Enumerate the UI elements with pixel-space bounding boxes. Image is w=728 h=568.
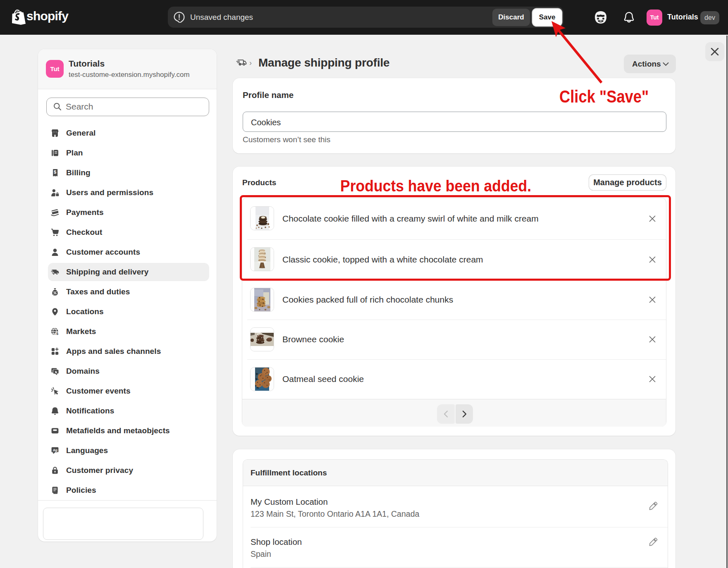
svg-text:$: $ xyxy=(54,169,56,174)
svg-text:文: 文 xyxy=(55,449,58,453)
svg-text:$: $ xyxy=(56,332,58,336)
